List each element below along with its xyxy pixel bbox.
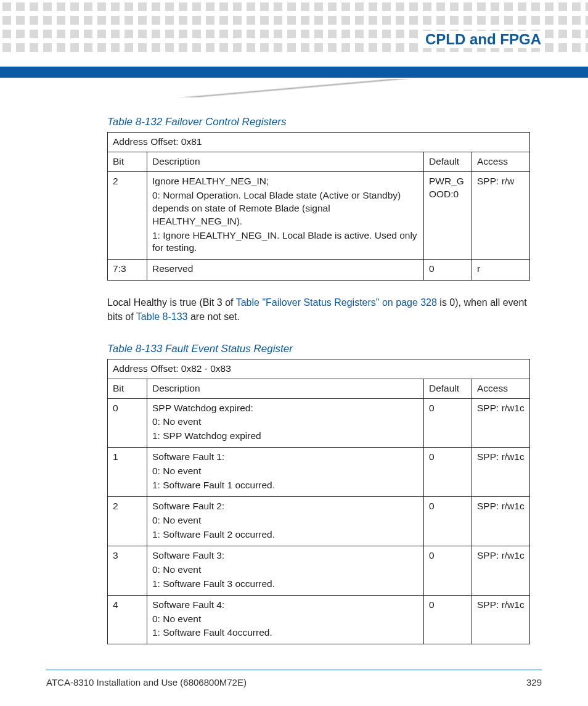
- col-default: Default: [424, 152, 472, 171]
- cell-access: SPP: r/w: [472, 171, 530, 260]
- decorative-dot-header: [0, 0, 588, 60]
- address-offset-cell: Address Offset: 0x81: [108, 133, 530, 152]
- table-caption-1: Table 8-132 Failover Control Registers: [107, 116, 530, 128]
- description-line: 0: No event: [152, 514, 419, 527]
- description-line: SPP Watchdog expired:: [152, 402, 419, 415]
- cell-bit: 0: [108, 398, 147, 448]
- description-line: 1: Ignore HEALTHY_NEG_IN. Local Blade is…: [152, 229, 419, 255]
- table-row: 3Software Fault 3:0: No event1: Software…: [108, 546, 530, 595]
- cell-description: Ignore HEALTHY_NEG_IN;0: Normal Operatio…: [147, 171, 424, 260]
- cell-description: Software Fault 2:0: No event1: Software …: [147, 497, 424, 546]
- cell-description: Software Fault 4:0: No event1: Software …: [147, 595, 424, 644]
- cell-bit: 2: [108, 497, 147, 546]
- address-offset-cell: Address Offset: 0x82 - 0x83: [108, 359, 530, 379]
- table-failover-control: Address Offset: 0x81 Bit Description Def…: [107, 132, 530, 281]
- description-line: Software Fault 2:: [152, 500, 419, 513]
- description-line: Software Fault 1:: [152, 451, 419, 464]
- table-row: 2Ignore HEALTHY_NEG_IN;0: Normal Operati…: [108, 171, 530, 260]
- col-description: Description: [147, 379, 424, 398]
- col-default: Default: [424, 379, 472, 398]
- cell-description: SPP Watchdog expired:0: No event1: SPP W…: [147, 398, 424, 448]
- cell-access: SPP: r/w1c: [472, 497, 530, 546]
- description-line: 1: Software Fault 2 occurred.: [152, 528, 419, 541]
- cell-access: SPP: r/w1c: [472, 398, 530, 448]
- table-row: 2Software Fault 2:0: No event1: Software…: [108, 497, 530, 546]
- header-blue-bar: [0, 67, 588, 78]
- header-separator: [0, 79, 588, 97]
- description-line: Software Fault 3:: [152, 549, 419, 562]
- cell-default: 0: [424, 448, 472, 497]
- description-line: 0: No event: [152, 564, 419, 577]
- table-header-row: Bit Description Default Access: [108, 379, 530, 398]
- cell-default: 0: [424, 595, 472, 644]
- col-access: Access: [472, 152, 530, 171]
- col-bit: Bit: [108, 379, 147, 398]
- description-line: Ignore HEALTHY_NEG_IN;: [152, 175, 419, 188]
- page-content: Table 8-132 Failover Control Registers A…: [107, 116, 530, 644]
- cell-default: 0: [424, 497, 472, 546]
- cell-default: 0: [424, 398, 472, 448]
- table-fault-event-status: Address Offset: 0x82 - 0x83 Bit Descript…: [107, 359, 530, 645]
- link-failover-status-registers[interactable]: Table "Failover Status Registers" on pag…: [236, 297, 437, 308]
- col-description: Description: [147, 152, 424, 171]
- description-line: 1: Software Fault 3 occurred.: [152, 578, 419, 591]
- footer-page-number: 329: [526, 677, 542, 688]
- table-row: 1Software Fault 1:0: No event1: Software…: [108, 448, 530, 497]
- table-row: 7:3Reserved0r: [108, 260, 530, 281]
- section-title: CPLD and FPGA: [422, 31, 545, 48]
- cell-bit: 1: [108, 448, 147, 497]
- description-line: Software Fault 4:: [152, 599, 419, 612]
- table-row: Address Offset: 0x82 - 0x83: [108, 359, 530, 379]
- cell-bit: 7:3: [108, 260, 147, 281]
- cell-access: r: [472, 260, 530, 281]
- description-line: 1: Software Fault 4occurred.: [152, 626, 419, 639]
- col-bit: Bit: [108, 152, 147, 171]
- col-access: Access: [472, 379, 530, 398]
- description-line: 0: Normal Operation. Local Blade state (…: [152, 189, 419, 228]
- description-line: 1: SPP Watchdog expired: [152, 430, 419, 443]
- cell-default: 0: [424, 546, 472, 595]
- description-line: 0: No event: [152, 416, 419, 429]
- footer-rule: [46, 670, 542, 670]
- cell-description: Reserved: [147, 260, 424, 281]
- cell-default: PWR_GOOD:0: [424, 171, 472, 260]
- cell-description: Software Fault 3:0: No event1: Software …: [147, 546, 424, 595]
- cell-access: SPP: r/w1c: [472, 448, 530, 497]
- table-caption-2: Table 8-133 Fault Event Status Register: [107, 343, 530, 355]
- cell-bit: 2: [108, 171, 147, 260]
- text: are not set.: [187, 311, 240, 322]
- body-paragraph: Local Healthy is true (Bit 3 of Table "F…: [107, 295, 530, 324]
- cell-access: SPP: r/w1c: [472, 595, 530, 644]
- cell-access: SPP: r/w1c: [472, 546, 530, 595]
- description-line: 1: Software Fault 1 occurred.: [152, 479, 419, 492]
- text: Local Healthy is true (Bit 3 of: [107, 297, 236, 308]
- table-row: Address Offset: 0x81: [108, 133, 530, 152]
- table-header-row: Bit Description Default Access: [108, 152, 530, 171]
- description-line: Reserved: [152, 263, 419, 276]
- cell-bit: 4: [108, 595, 147, 644]
- description-line: 0: No event: [152, 465, 419, 478]
- link-table-8-133[interactable]: Table 8-133: [136, 311, 188, 322]
- description-line: 0: No event: [152, 613, 419, 626]
- cell-default: 0: [424, 260, 472, 281]
- cell-bit: 3: [108, 546, 147, 595]
- cell-description: Software Fault 1:0: No event1: Software …: [147, 448, 424, 497]
- footer-doc-title: ATCA-8310 Installation and Use (6806800M…: [46, 677, 247, 688]
- table-row: 0SPP Watchdog expired:0: No event1: SPP …: [108, 398, 530, 448]
- table-row: 4Software Fault 4:0: No event1: Software…: [108, 595, 530, 644]
